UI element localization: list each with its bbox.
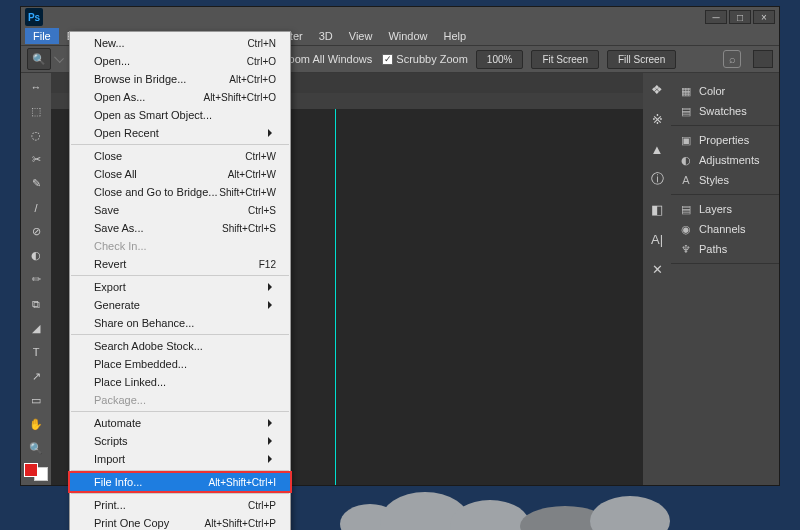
tool-14[interactable]: ✋ [25, 415, 47, 435]
menu-item-label: Share on Behance... [94, 317, 194, 329]
menu-item-label: Place Embedded... [94, 358, 187, 370]
menu-item-label: Print One Copy [94, 517, 169, 529]
menu-item-search-adobe-stock[interactable]: Search Adobe Stock... [70, 337, 290, 355]
menu-item-print[interactable]: Print...Ctrl+P [70, 496, 290, 514]
panel-layers[interactable]: ▤Layers [671, 199, 779, 219]
menu-item-open-as[interactable]: Open As...Alt+Shift+Ctrl+O [70, 88, 290, 106]
menu-item-label: Automate [94, 417, 141, 429]
minimize-button[interactable]: ─ [705, 10, 727, 24]
tool-5[interactable]: / [25, 198, 47, 218]
window-controls: ─ □ × [705, 10, 775, 24]
panel-label: Layers [699, 203, 732, 215]
menu-item-export[interactable]: Export [70, 278, 290, 296]
panel-strip-icon[interactable]: A| [647, 229, 667, 249]
fill-screen-button[interactable]: Fill Screen [607, 50, 676, 69]
titlebar: Ps ─ □ × [21, 7, 779, 27]
menu-item-label: Close [94, 150, 122, 162]
menu-item-label: New... [94, 37, 125, 49]
panel-paths[interactable]: ♆Paths [671, 239, 779, 259]
tool-9[interactable]: ⧉ [25, 294, 47, 314]
menu-item-label: Export [94, 281, 126, 293]
panel-strip-icon[interactable]: ⓘ [647, 169, 667, 189]
menu-item-close-and-go-to-bridge[interactable]: Close and Go to Bridge...Shift+Ctrl+W [70, 183, 290, 201]
tool-12[interactable]: ↗ [25, 366, 47, 386]
toolbar: ↔⬚◌✂✎/⊘◐✏⧉◢T↗▭✋🔍 [21, 73, 51, 485]
tool-2[interactable]: ◌ [25, 125, 47, 145]
tool-4[interactable]: ✎ [25, 173, 47, 193]
menu-item-place-linked[interactable]: Place Linked... [70, 373, 290, 391]
tool-7[interactable]: ◐ [25, 246, 47, 266]
tool-10[interactable]: ◢ [25, 318, 47, 338]
menu-separator [71, 334, 289, 335]
menu-item-label: Close All [94, 168, 137, 180]
menu-item-new[interactable]: New...Ctrl+N [70, 34, 290, 52]
menu-3d[interactable]: 3D [311, 28, 341, 44]
menu-item-share-on-behance[interactable]: Share on Behance... [70, 314, 290, 332]
menu-item-save-as[interactable]: Save As...Shift+Ctrl+S [70, 219, 290, 237]
foreground-swatch[interactable] [24, 463, 38, 477]
panel-strip-icon[interactable]: ▲ [647, 139, 667, 159]
submenu-arrow-icon [268, 301, 276, 309]
color-swatches[interactable] [24, 463, 48, 481]
panel-label: Styles [699, 174, 729, 186]
menu-item-label: Save As... [94, 222, 144, 234]
menu-item-open-as-smart-object[interactable]: Open as Smart Object... [70, 106, 290, 124]
panel-swatches[interactable]: ▤Swatches [671, 101, 779, 121]
search-icon[interactable]: ⌕ [723, 50, 741, 68]
close-button[interactable]: × [753, 10, 775, 24]
menu-shortcut: Alt+Shift+Ctrl+O [203, 92, 276, 103]
menu-item-label: Scripts [94, 435, 128, 447]
panel-properties[interactable]: ▣Properties [671, 130, 779, 150]
fit-screen-button[interactable]: Fit Screen [531, 50, 599, 69]
maximize-button[interactable]: □ [729, 10, 751, 24]
zoom-percent[interactable]: 100% [476, 50, 524, 69]
tool-8[interactable]: ✏ [25, 270, 47, 290]
menu-window[interactable]: Window [380, 28, 435, 44]
menu-item-open[interactable]: Open...Ctrl+O [70, 52, 290, 70]
panel-strip-icon[interactable]: ❖ [647, 79, 667, 99]
menu-shortcut: Alt+Shift+Ctrl+P [205, 518, 276, 529]
panel-strip-icon[interactable]: ※ [647, 109, 667, 129]
menu-separator [71, 144, 289, 145]
tool-0[interactable]: ↔ [25, 77, 47, 97]
properties-icon: ▣ [679, 133, 693, 147]
menu-item-print-one-copy[interactable]: Print One CopyAlt+Shift+Ctrl+P [70, 514, 290, 530]
vertical-guide[interactable] [335, 109, 336, 485]
menu-file[interactable]: File [25, 28, 59, 44]
menu-item-generate[interactable]: Generate [70, 296, 290, 314]
zoom-tool-icon[interactable]: 🔍 [27, 48, 51, 70]
tool-3[interactable]: ✂ [25, 149, 47, 169]
menu-item-save[interactable]: SaveCtrl+S [70, 201, 290, 219]
menu-item-revert[interactable]: RevertF12 [70, 255, 290, 273]
panel-strip-icon[interactable]: ✕ [647, 259, 667, 279]
tool-13[interactable]: ▭ [25, 390, 47, 410]
tool-15[interactable]: 🔍 [25, 439, 47, 459]
menu-view[interactable]: View [341, 28, 381, 44]
menu-help[interactable]: Help [436, 28, 475, 44]
menu-shortcut: Alt+Ctrl+W [228, 169, 276, 180]
menu-item-open-recent[interactable]: Open Recent [70, 124, 290, 142]
menu-shortcut: Ctrl+N [247, 38, 276, 49]
panel-adjustments[interactable]: ◐Adjustments [671, 150, 779, 170]
panel-color[interactable]: ▦Color [671, 81, 779, 101]
menu-item-scripts[interactable]: Scripts [70, 432, 290, 450]
menu-item-import[interactable]: Import [70, 450, 290, 468]
panel-channels[interactable]: ◉Channels [671, 219, 779, 239]
menu-item-close[interactable]: CloseCtrl+W [70, 147, 290, 165]
menu-item-file-info[interactable]: File Info...Alt+Shift+Ctrl+I [70, 473, 290, 491]
menu-item-browse-in-bridge[interactable]: Browse in Bridge...Alt+Ctrl+O [70, 70, 290, 88]
share-icon[interactable] [753, 50, 773, 68]
menu-item-close-all[interactable]: Close AllAlt+Ctrl+W [70, 165, 290, 183]
menu-item-place-embedded[interactable]: Place Embedded... [70, 355, 290, 373]
styles-icon: A [679, 173, 693, 187]
panel-strip-icon[interactable]: ◧ [647, 199, 667, 219]
checkbox-scrubby-zoom[interactable]: ✓Scrubby Zoom [382, 53, 468, 65]
menu-item-automate[interactable]: Automate [70, 414, 290, 432]
panel-styles[interactable]: AStyles [671, 170, 779, 190]
tool-1[interactable]: ⬚ [25, 101, 47, 121]
channels-icon: ◉ [679, 222, 693, 236]
tool-preset-dropdown[interactable] [54, 53, 64, 63]
tool-6[interactable]: ⊘ [25, 222, 47, 242]
tool-11[interactable]: T [25, 342, 47, 362]
menu-item-label: Open as Smart Object... [94, 109, 212, 121]
